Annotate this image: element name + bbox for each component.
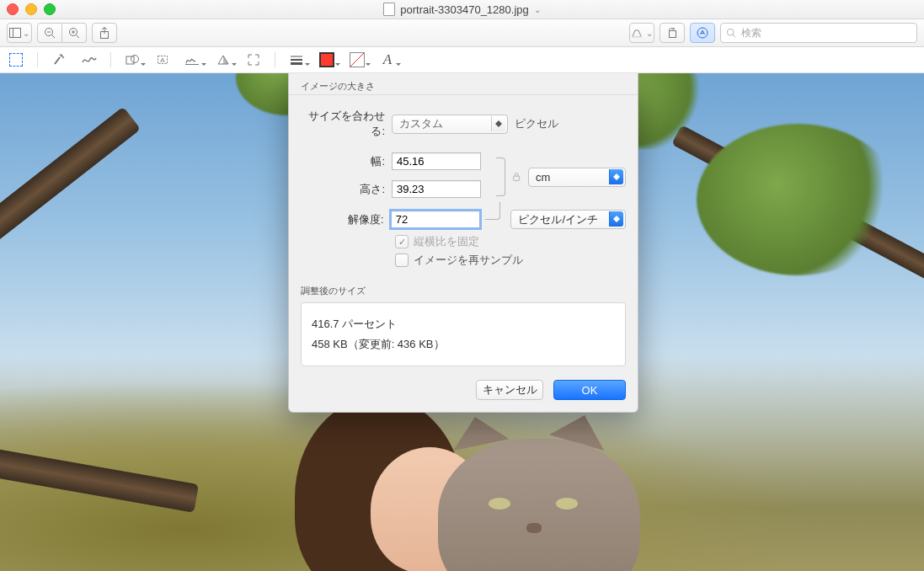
updown-arrows-icon: [609, 169, 623, 184]
close-window-button[interactable]: [7, 3, 19, 15]
width-label: 幅:: [301, 154, 385, 169]
text-tool[interactable]: A: [153, 51, 172, 69]
svg-line-3: [52, 35, 56, 39]
fit-into-select[interactable]: カスタム: [392, 115, 508, 134]
checkbox-icon: [395, 253, 409, 267]
height-input[interactable]: [392, 180, 481, 198]
dimension-unit-select[interactable]: cm: [528, 168, 626, 187]
share-button[interactable]: [92, 23, 117, 43]
image-size-header: イメージの大きさ: [289, 73, 638, 94]
result-percent: 416.7 パーセント: [312, 317, 615, 332]
svg-rect-29: [513, 176, 519, 180]
ok-button[interactable]: OK: [553, 380, 626, 400]
zoom-out-button[interactable]: [37, 23, 62, 43]
svg-rect-19: [126, 56, 134, 64]
lock-aspect-label: 縦横比を固定: [414, 234, 479, 249]
checkbox-icon: [395, 235, 409, 248]
resulting-size-box: 416.7 パーセント 458 KB（変更前: 436 KB）: [301, 302, 626, 366]
zoom-group: [37, 23, 87, 43]
resulting-size-header: 調整後のサイズ: [289, 278, 638, 299]
svg-point-14: [727, 29, 734, 35]
line-weight-menu[interactable]: [287, 51, 306, 69]
result-filesize: 458 KB（変更前: 436 KB）: [312, 337, 615, 352]
fit-into-value: カスタム: [399, 116, 443, 131]
svg-point-20: [131, 56, 139, 63]
rotate-button[interactable]: [660, 23, 685, 43]
window-filename: portrait-3303470_1280.jpg: [400, 3, 529, 16]
lock-icon: [511, 171, 521, 183]
stroke-color-menu[interactable]: [318, 51, 336, 69]
sidebar-toggle-button[interactable]: ⌄: [7, 23, 32, 43]
svg-text:A: A: [160, 56, 165, 64]
svg-rect-12: [670, 31, 676, 38]
fit-into-label: サイズを合わせる:: [301, 109, 385, 139]
resolution-unit-select[interactable]: ピクセル/インチ: [510, 210, 626, 229]
search-field[interactable]: 検索: [720, 23, 917, 43]
minimize-window-button[interactable]: [25, 3, 37, 15]
svg-rect-0: [10, 29, 21, 38]
resolution-input[interactable]: [391, 211, 480, 228]
adjust-size-button[interactable]: [244, 51, 263, 69]
svg-line-15: [733, 35, 735, 37]
dimension-unit-value: cm: [536, 171, 550, 184]
image-canvas[interactable]: イメージの大きさ サイズを合わせる: カスタム ピクセル 幅: 高さ:: [0, 73, 924, 571]
fill-color-menu[interactable]: [348, 51, 366, 69]
updown-arrows-icon: [609, 211, 623, 227]
window-titlebar: portrait-3303470_1280.jpg ⌄: [0, 0, 924, 19]
shapes-menu[interactable]: [123, 51, 142, 69]
search-icon: [726, 28, 736, 38]
markup-toolbar: A A: [0, 47, 924, 73]
window-title: portrait-3303470_1280.jpg ⌄: [383, 3, 541, 16]
width-input[interactable]: [392, 152, 481, 170]
rect-select-tool[interactable]: [7, 51, 25, 69]
main-toolbar: ⌄ ⌄ 検索: [0, 19, 924, 47]
highlight-button[interactable]: ⌄: [629, 23, 654, 43]
updown-arrows-icon: [491, 116, 505, 131]
cancel-button[interactable]: キャンセル: [476, 380, 543, 400]
lock-aspect-checkbox: 縦横比を固定: [395, 234, 626, 249]
resample-label: イメージを再サンプル: [414, 253, 523, 268]
fit-unit-hint: ピクセル: [515, 116, 558, 131]
resample-checkbox[interactable]: イメージを再サンプル: [395, 253, 626, 268]
svg-rect-11: [632, 36, 642, 38]
svg-line-6: [77, 35, 80, 39]
adjust-size-dialog: イメージの大きさ サイズを合わせる: カスタム ピクセル 幅: 高さ:: [288, 73, 638, 413]
svg-point-17: [62, 56, 64, 58]
link-bracket-icon: [491, 152, 505, 201]
text-style-menu[interactable]: A: [378, 51, 397, 69]
height-label: 高さ:: [301, 182, 385, 197]
zoom-in-button[interactable]: [62, 23, 87, 43]
adjust-color-menu[interactable]: [214, 51, 232, 69]
title-chevron-icon[interactable]: ⌄: [534, 5, 541, 14]
sign-menu[interactable]: [184, 51, 202, 69]
zoom-window-button[interactable]: [44, 3, 56, 15]
sketch-tool[interactable]: [80, 51, 99, 69]
svg-point-18: [60, 54, 61, 56]
instant-alpha-tool[interactable]: [50, 51, 68, 69]
resolution-label: 解像度:: [301, 212, 384, 227]
resolution-unit-value: ピクセル/インチ: [518, 212, 598, 227]
window-controls: [7, 3, 56, 15]
search-placeholder: 検索: [741, 26, 761, 40]
markup-toggle-button[interactable]: [690, 23, 715, 43]
document-icon: [383, 3, 395, 16]
dialog-buttons: キャンセル OK: [289, 370, 638, 412]
